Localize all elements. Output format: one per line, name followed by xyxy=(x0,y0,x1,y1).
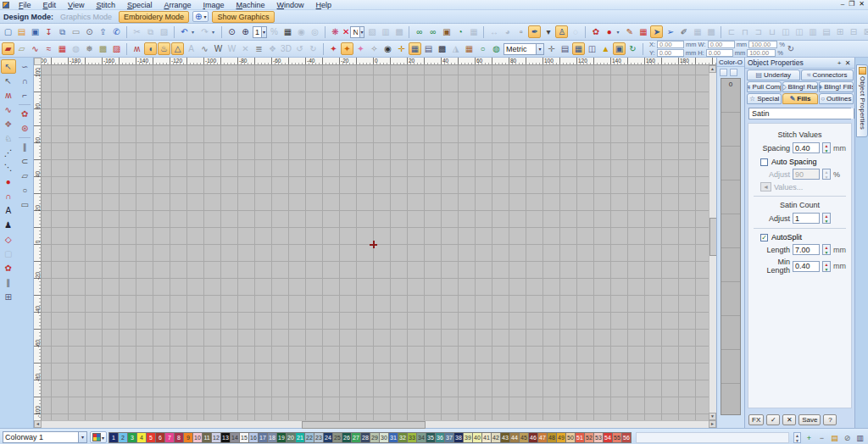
select-tool-icon[interactable]: ↖ xyxy=(1,59,16,74)
lacework-fill-icon[interactable]: ❅ xyxy=(83,42,96,55)
flower-stamp-icon[interactable]: ✿ xyxy=(1,261,16,275)
color-object-list[interactable]: 0 xyxy=(721,78,741,415)
tatami-fill-icon[interactable]: ▱ xyxy=(15,42,28,55)
none-input[interactable] xyxy=(351,27,359,37)
color-object-button-2[interactable] xyxy=(730,69,737,76)
tab-bling-run[interactable]: ◇Bling! Run xyxy=(782,81,817,92)
none-combo[interactable]: ▾ xyxy=(350,26,364,38)
min-length-stepper[interactable]: ▲▼ xyxy=(822,261,831,272)
tab-connectors[interactable]: ≈Connectors xyxy=(801,69,854,80)
flower-shape-b-icon[interactable]: ⊛ xyxy=(17,121,32,136)
send-to-machine-icon[interactable]: ✆ xyxy=(110,25,123,38)
palette-scroll-stepper[interactable]: ▲▼ xyxy=(793,432,801,443)
save-selection-icon[interactable]: ⧉ xyxy=(56,25,69,38)
new-design-icon[interactable]: ▢ xyxy=(2,25,14,38)
buttonhole-tool-icon[interactable]: ◇ xyxy=(1,232,16,247)
scroll-up-icon[interactable]: ▲ xyxy=(709,65,716,73)
tab-underlay[interactable]: ▤Underlay xyxy=(747,69,800,80)
needle-point-icon[interactable]: ✒ xyxy=(528,25,541,38)
script-effect-icon[interactable]: W xyxy=(212,42,225,55)
units-dropdown-icon[interactable]: ▾ xyxy=(536,44,543,54)
table-grid-icon[interactable]: ▦ xyxy=(409,42,421,55)
digitize-closed-icon[interactable]: ⋱ xyxy=(1,160,16,175)
connector-tool-icon[interactable]: ⊞ xyxy=(1,290,16,304)
spacing-field[interactable] xyxy=(793,142,820,153)
menu-machine[interactable]: Machine xyxy=(231,1,271,9)
stitch-lines-icon[interactable]: ≣ xyxy=(253,42,265,55)
min-length-field[interactable] xyxy=(793,261,820,272)
spacing-stepper[interactable]: ▲▼ xyxy=(822,142,831,153)
tab-outlines[interactable]: ○Outlines xyxy=(819,93,854,104)
show-bitmap-icon[interactable]: ▦ xyxy=(281,25,294,38)
length-stepper[interactable]: ▲▼ xyxy=(822,244,831,255)
save-button[interactable]: Save xyxy=(798,414,821,425)
elbow-shape-icon[interactable]: ⌐ xyxy=(17,88,32,103)
minimize-button[interactable]: – xyxy=(841,0,844,8)
embroidery-mode-button[interactable]: Embroidery Mode xyxy=(119,11,189,23)
remove-color-icon[interactable]: − xyxy=(816,432,827,443)
proportional-scale-icon[interactable]: ↻ xyxy=(787,44,794,53)
column-a-tool-icon[interactable]: ◖ xyxy=(144,42,157,55)
color-dot-icon[interactable]: ● xyxy=(603,25,615,38)
units-input[interactable] xyxy=(504,44,536,54)
help-button[interactable]: ? xyxy=(823,414,837,425)
closed-shape-icon[interactable]: ▱ xyxy=(17,169,32,183)
arc-tool-icon[interactable]: ∩ xyxy=(1,189,16,203)
column-b-tool-icon[interactable]: ♨ xyxy=(158,42,170,55)
flexi-split-icon[interactable]: ∿ xyxy=(198,42,211,55)
colorway-combo[interactable]: ▾ xyxy=(3,431,87,443)
auto-spacing-checkbox[interactable] xyxy=(760,158,768,166)
alert-bell-icon[interactable]: ▲ xyxy=(599,42,612,55)
rectangle-shape-icon[interactable]: ▭ xyxy=(17,197,32,212)
black-run-icon[interactable]: ◉ xyxy=(381,42,394,55)
zoom-combo[interactable]: ▾ xyxy=(253,26,267,38)
length-field[interactable] xyxy=(793,244,820,255)
lettering-tool-icon[interactable]: A xyxy=(1,203,16,218)
leaf-pink-icon[interactable]: ✦ xyxy=(354,42,367,55)
menu-stitch[interactable]: Stitch xyxy=(90,1,121,9)
curve-shape-icon[interactable]: ∽ xyxy=(17,59,32,74)
zoom-dropdown-icon[interactable]: ▾ xyxy=(261,27,266,37)
show-graphics-button[interactable]: Show Graphics xyxy=(212,11,274,23)
zoom-box-icon[interactable]: ⊕ xyxy=(239,25,252,38)
lattice-fill-icon[interactable]: ▩ xyxy=(97,42,109,55)
menu-image[interactable]: Image xyxy=(198,1,231,9)
needle-tool-icon[interactable]: ✛ xyxy=(395,42,408,55)
open-design-icon[interactable]: ▤ xyxy=(15,25,28,38)
cross-stitch-icon[interactable]: ▦ xyxy=(56,42,69,55)
print-icon[interactable]: ▭ xyxy=(70,25,82,38)
pencil-tool-icon[interactable]: ✐ xyxy=(677,25,690,38)
color-dot-caret-icon[interactable]: ▾ xyxy=(616,29,622,35)
leaf-outline-icon[interactable]: ✧ xyxy=(368,42,381,55)
ellipse-shape-icon[interactable]: ○ xyxy=(17,183,32,197)
motif-run-icon[interactable]: ʍ xyxy=(131,42,143,55)
stitch-type-combo[interactable]: ▾ xyxy=(748,108,851,119)
undo-icon[interactable]: ↶ xyxy=(178,25,191,38)
undo-caret-icon[interactable]: ▾ xyxy=(192,29,198,35)
menu-view[interactable]: View xyxy=(62,1,90,9)
h-field[interactable] xyxy=(706,49,733,57)
menu-arrange[interactable]: Arrange xyxy=(158,1,197,9)
bitmap-tool-icon[interactable]: ▩ xyxy=(436,42,448,55)
w-field[interactable] xyxy=(708,41,735,48)
open-arc-shape-icon[interactable]: ⊂ xyxy=(17,154,32,169)
fx-button[interactable]: FX xyxy=(748,414,764,425)
design-canvas[interactable] xyxy=(42,65,709,420)
thread-colors-icon[interactable]: ❋ xyxy=(329,25,342,38)
palette-editor-button[interactable]: ▾ xyxy=(90,431,107,443)
scroll-down-icon[interactable]: ▼ xyxy=(709,413,716,420)
pin-icon[interactable]: + xyxy=(835,59,843,67)
print-colorway-icon[interactable]: ▤ xyxy=(829,432,840,443)
run-stitch-icon[interactable]: ≈ xyxy=(42,42,55,55)
menu-help[interactable]: Help xyxy=(310,1,338,9)
dome-shape-icon[interactable]: ∩ xyxy=(17,74,32,88)
object-properties-side-tab[interactable]: Object Properties xyxy=(856,64,868,137)
autosplit-checkbox[interactable]: ✓ xyxy=(760,234,768,241)
mini-palette-icon[interactable]: ▦ xyxy=(463,42,476,55)
reshape-tool-icon[interactable]: ↖ xyxy=(1,74,16,88)
print-preview-icon[interactable]: ⊙ xyxy=(83,25,96,38)
hatch-lines-icon[interactable]: ∥ xyxy=(17,140,32,154)
knit-fill-icon[interactable]: ▨ xyxy=(110,42,123,55)
leaf-red-icon[interactable]: ✦ xyxy=(327,42,340,55)
graphics-mode-button[interactable]: Graphics Mode xyxy=(57,12,115,22)
